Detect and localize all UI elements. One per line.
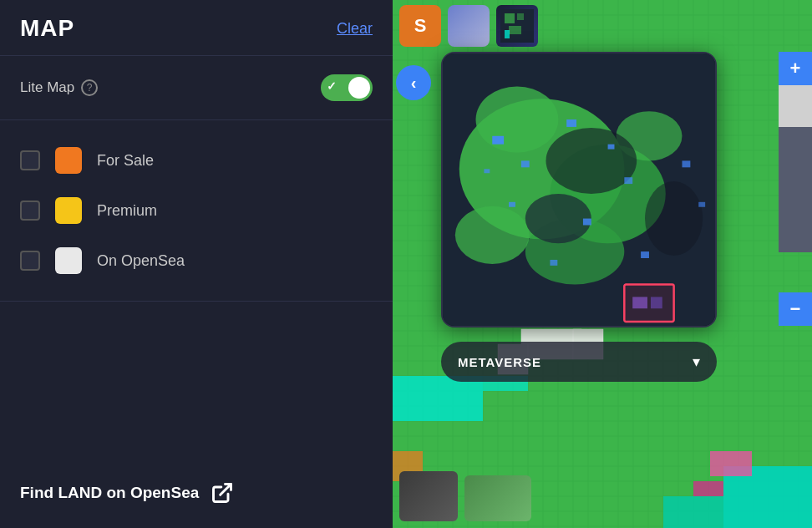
- find-land-row[interactable]: Find LAND on OpenSea: [0, 458, 393, 528]
- opensea-swatch: [55, 247, 82, 274]
- svg-point-84: [476, 87, 559, 153]
- svg-rect-99: [641, 251, 649, 258]
- clear-button[interactable]: Clear: [337, 20, 373, 38]
- map-thumbnail-2[interactable]: [496, 5, 538, 47]
- help-icon[interactable]: ?: [81, 79, 98, 96]
- premium-swatch: [55, 197, 82, 224]
- zoom-thumb[interactable]: [779, 85, 812, 127]
- panel-header: MAP Clear: [0, 0, 393, 56]
- zoom-plus-button[interactable]: +: [779, 52, 812, 85]
- for-sale-swatch: [55, 147, 82, 174]
- find-land-text: Find LAND on OpenSea: [20, 484, 199, 502]
- map-image-1: [448, 5, 490, 47]
- metaverse-dropdown[interactable]: METAVERSE ▾: [441, 342, 717, 382]
- lite-map-row: Lite Map ? ✓: [0, 56, 393, 120]
- svg-rect-104: [624, 285, 673, 322]
- chevron-down-icon: ▾: [693, 353, 700, 371]
- svg-rect-105: [632, 297, 647, 308]
- svg-rect-95: [624, 177, 632, 184]
- svg-rect-91: [492, 136, 504, 145]
- metaverse-label: METAVERSE: [458, 355, 541, 369]
- svg-rect-96: [509, 202, 515, 207]
- svg-point-89: [525, 194, 591, 243]
- toggle-check-icon: ✓: [327, 79, 337, 93]
- svg-rect-93: [566, 119, 576, 127]
- bottom-thumbnail-2[interactable]: [464, 475, 531, 521]
- svg-rect-100: [484, 169, 490, 173]
- svg-point-90: [645, 181, 703, 256]
- minimap-svg: [443, 53, 715, 326]
- svg-rect-79: [505, 30, 510, 38]
- svg-rect-98: [550, 260, 557, 266]
- for-sale-label: For Sale: [97, 152, 154, 170]
- for-sale-checkbox[interactable]: [20, 150, 40, 170]
- map-thumb-svg: [500, 9, 534, 43]
- svg-point-88: [546, 128, 637, 194]
- opensea-label: On OpenSea: [97, 252, 185, 270]
- svg-rect-94: [608, 145, 615, 150]
- svg-line-0: [221, 485, 231, 495]
- lite-map-toggle[interactable]: ✓: [321, 74, 373, 101]
- sandbox-s-letter: S: [414, 15, 427, 37]
- map-bottom-row: [393, 382, 812, 528]
- svg-rect-106: [651, 297, 662, 308]
- back-button[interactable]: ‹: [396, 65, 431, 100]
- opensea-checkbox[interactable]: [20, 251, 40, 271]
- page-title: MAP: [20, 15, 74, 42]
- svg-rect-76: [505, 13, 515, 23]
- left-panel: MAP Clear Lite Map ? ✓ For Sale Premium: [0, 0, 393, 528]
- external-link-icon: [211, 481, 234, 505]
- bottom-thumbnail-1[interactable]: [399, 471, 458, 521]
- filter-item-premium[interactable]: Premium: [20, 185, 373, 236]
- svg-rect-78: [509, 26, 521, 34]
- filter-list: For Sale Premium On OpenSea: [0, 120, 393, 302]
- premium-label: Premium: [97, 202, 157, 220]
- zoom-minus-button[interactable]: −: [779, 292, 812, 326]
- svg-rect-97: [583, 219, 591, 226]
- filter-item-opensea[interactable]: On OpenSea: [20, 236, 373, 286]
- svg-point-87: [455, 206, 530, 264]
- right-panel: S ‹: [393, 0, 812, 528]
- map-thumbnail-1[interactable]: [448, 5, 490, 47]
- svg-rect-101: [682, 160, 690, 167]
- minimap[interactable]: [441, 52, 717, 327]
- svg-rect-102: [698, 202, 705, 207]
- premium-checkbox[interactable]: [20, 201, 40, 221]
- lite-map-label: Lite Map ?: [20, 79, 98, 96]
- filter-item-for-sale[interactable]: For Sale: [20, 135, 373, 185]
- toggle-thumb: [348, 77, 370, 99]
- sandbox-icon-box[interactable]: S: [399, 5, 441, 47]
- map-top-items: S: [393, 0, 812, 52]
- sandbox-icon: S: [399, 5, 441, 47]
- svg-rect-77: [517, 13, 524, 20]
- lite-map-text: Lite Map: [20, 79, 74, 96]
- svg-rect-92: [521, 160, 530, 167]
